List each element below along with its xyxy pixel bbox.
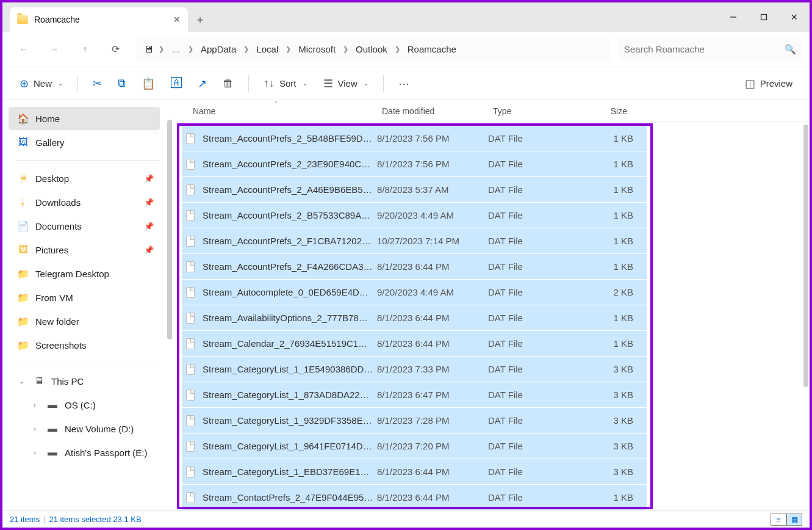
file-size: 1 KB (577, 236, 633, 246)
sidebar-item-pictures[interactable]: 🖼 Pictures 📌 (9, 238, 160, 261)
share-button[interactable]: ↗ (192, 73, 213, 95)
close-window-button[interactable]: ✕ (779, 2, 810, 32)
main-panel: Name ⌃ Date modified Type Size Stream_Ac… (173, 100, 810, 510)
breadcrumb-seg[interactable]: Microsoft (295, 44, 339, 54)
status-bar: 21 items | 21 items selected 23.1 KB ≡ ▦ (2, 510, 810, 528)
table-row[interactable]: Stream_CategoryList_1_9329DF3358E801... … (182, 408, 647, 433)
file-icon (184, 236, 196, 247)
table-row[interactable]: Stream_AccountPrefs_2_23E90E940C61A... 8… (182, 151, 647, 176)
chevron-right-icon[interactable]: ❯ (392, 45, 403, 53)
sidebar-item-gallery[interactable]: 🖼 Gallery (9, 131, 160, 154)
sidebar-item-thispc[interactable]: ⌄ 🖥 This PC (9, 369, 160, 393)
details-view-toggle[interactable]: ≡ (771, 514, 786, 526)
window-tab[interactable]: Roamcache ✕ (10, 7, 188, 32)
cut-button[interactable]: ✂ (87, 73, 108, 95)
address-bar[interactable]: 🖥 ❯ … ❯ AppData ❯ Local ❯ Microsoft ❯ Ou… (137, 37, 611, 62)
table-row[interactable]: Stream_Autocomplete_0_0ED659E4DCE5... 9/… (182, 280, 647, 305)
view-button[interactable]: ☰ View ⌄ (317, 73, 375, 95)
minimize-button[interactable] (718, 2, 749, 32)
drive-icon: ▬ (46, 447, 59, 458)
chevron-right-icon[interactable]: ❯ (241, 45, 251, 53)
file-date: 9/20/2023 4:49 AM (377, 210, 488, 220)
table-row[interactable]: Stream_CategoryList_1_873AD8DA2220E... 8… (182, 382, 647, 407)
view-label: View (338, 78, 357, 89)
table-row[interactable]: Stream_AvailabilityOptions_2_777B78CE0..… (182, 305, 647, 330)
table-row[interactable]: Stream_CategoryList_1_9641FE0714D609... … (182, 434, 647, 459)
sort-icon: ↑↓ (264, 77, 275, 90)
rename-button[interactable]: 🄰 (165, 73, 188, 95)
breadcrumb-seg[interactable]: Roamcache (404, 44, 460, 54)
table-row[interactable]: Stream_AccountPrefs_2_F4A266CDA355E... 8… (182, 254, 647, 279)
sidebar-item-drive[interactable]: › ▬ New Volume (D:) (9, 417, 160, 440)
plus-circle-icon: ⊕ (20, 77, 29, 90)
file-name: Stream_CategoryList_1_1E5490386DD152... (203, 364, 377, 374)
breadcrumb-overflow[interactable]: … (168, 44, 184, 54)
delete-button[interactable]: 🗑 (217, 73, 240, 95)
back-button[interactable]: ← (10, 37, 38, 62)
sidebar-item-downloads[interactable]: ⭳ Downloads 📌 (9, 191, 160, 214)
new-button[interactable]: ⊕ New ⌄ (13, 73, 69, 95)
new-tab-button[interactable]: ＋ (188, 7, 212, 32)
column-header-size[interactable]: Size (577, 106, 638, 116)
chevron-right-icon[interactable]: ❯ (185, 45, 196, 53)
main-scrollbar[interactable] (803, 125, 808, 387)
table-row[interactable]: Stream_ContactPrefs_2_47E9F044E95CA0... … (182, 485, 647, 510)
sidebar-item-home[interactable]: 🏠 Home (9, 107, 160, 130)
folder-icon: 📁 (17, 268, 29, 280)
chevron-right-icon[interactable]: › (31, 449, 39, 456)
sidebar-item-desktop[interactable]: 🖥 Desktop 📌 (9, 167, 160, 190)
folder-icon: 📁 (17, 292, 29, 303)
up-button[interactable]: ↑ (71, 37, 99, 62)
chevron-right-icon[interactable]: › (31, 425, 39, 432)
sidebar-item-screenshots[interactable]: 📁 Screenshots (9, 333, 160, 357)
chevron-right-icon[interactable]: › (31, 401, 39, 408)
table-row[interactable]: Stream_CategoryList_1_EBD37E69E185B6... … (182, 459, 647, 484)
titlebar: Roamcache ✕ ＋ ✕ (2, 2, 810, 32)
refresh-button[interactable]: ⟳ (101, 37, 129, 62)
sidebar-item-documents[interactable]: 📄 Documents 📌 (9, 214, 160, 238)
chevron-down-icon[interactable]: ⌄ (17, 377, 26, 385)
table-row[interactable]: Stream_AccountPrefs_2_F1CBA71202957... 1… (182, 228, 647, 253)
maximize-button[interactable] (749, 2, 779, 32)
chevron-down-icon: ⌄ (303, 80, 307, 87)
column-header-name[interactable]: Name ⌃ (188, 106, 377, 116)
file-type: DAT File (488, 313, 577, 323)
file-icon (184, 159, 196, 170)
chevron-right-icon[interactable]: ❯ (283, 45, 293, 53)
copy-button[interactable]: ⧉ (112, 73, 132, 95)
close-tab-icon[interactable]: ✕ (173, 15, 181, 24)
chevron-right-icon[interactable]: ❯ (340, 45, 351, 53)
breadcrumb-seg[interactable]: AppData (197, 44, 240, 54)
table-row[interactable]: Stream_CategoryList_1_1E5490386DD152... … (182, 357, 647, 382)
search-input[interactable] (624, 44, 785, 54)
sidebar-scrollbar[interactable] (167, 120, 172, 339)
sidebar-item-label: Pictures (35, 245, 68, 255)
table-row[interactable]: Stream_AccountPrefs_2_B57533C89A728... 9… (182, 203, 647, 228)
table-row[interactable]: Stream_AccountPrefs_2_A46E9B6EB5DB2... 8… (182, 177, 647, 202)
sidebar-item-from-vm[interactable]: 📁 From VM (9, 286, 160, 309)
sidebar-item-new-folder[interactable]: 📁 New folder (9, 310, 160, 333)
paste-button[interactable]: 📋 (135, 73, 161, 95)
file-size: 1 KB (577, 133, 633, 143)
file-size: 3 KB (577, 441, 633, 451)
breadcrumb-seg[interactable]: Outlook (352, 44, 391, 54)
chevron-right-icon[interactable]: ❯ (156, 45, 167, 53)
search-box[interactable]: 🔍 (618, 37, 802, 62)
large-icons-toggle[interactable]: ▦ (786, 514, 802, 526)
breadcrumb-seg[interactable]: Local (253, 44, 282, 54)
forward-button[interactable]: → (40, 37, 68, 62)
column-header-date[interactable]: Date modified (377, 106, 488, 116)
table-row[interactable]: Stream_AccountPrefs_2_5B48BFE59D2DD... 8… (182, 126, 647, 151)
sidebar-item-telegram-desktop[interactable]: 📁 Telegram Desktop (9, 262, 160, 285)
file-type: DAT File (488, 441, 577, 451)
sidebar-item-drive[interactable]: › ▬ OS (C:) (9, 393, 160, 416)
preview-button[interactable]: ◫ Preview (739, 73, 799, 95)
more-button[interactable]: ⋯ (392, 73, 415, 95)
table-row[interactable]: Stream_Calendar_2_76934E51519C1A4EA... 8… (182, 331, 647, 356)
sort-button[interactable]: ↑↓ Sort ⌄ (257, 73, 314, 95)
sidebar-item-label: From VM (35, 292, 73, 303)
share-icon: ↗ (198, 77, 207, 90)
monitor-icon: 🖥 (143, 44, 155, 55)
column-header-type[interactable]: Type (488, 106, 577, 116)
sidebar-item-drive[interactable]: › ▬ Atish's Passport (E:) (9, 441, 160, 464)
